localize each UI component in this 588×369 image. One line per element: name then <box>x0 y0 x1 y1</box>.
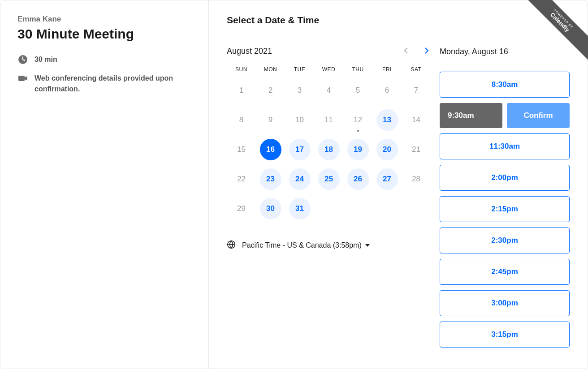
time-slot[interactable]: 2:15pm <box>440 196 570 222</box>
calendar-day[interactable]: 20 <box>376 139 398 160</box>
calendar-day[interactable]: 13 <box>376 109 398 131</box>
calendar-day[interactable]: 25 <box>318 168 340 190</box>
calendar-day[interactable]: 30 <box>260 198 281 219</box>
dow-label: SAT <box>402 66 431 73</box>
time-slot[interactable]: 2:45pm <box>440 259 570 285</box>
calendar-day: 2 <box>260 80 281 101</box>
calendar-day: 28 <box>406 168 427 190</box>
timezone-selector[interactable]: Pacific Time - US & Canada (3:58pm) <box>227 240 431 251</box>
video-icon <box>17 73 28 84</box>
confirm-button[interactable]: Confirm <box>507 103 570 128</box>
next-month-button[interactable] <box>423 45 431 57</box>
meeting-title: 30 Minute Meeting <box>17 26 191 42</box>
calendar-day[interactable]: 27 <box>376 168 398 190</box>
dow-label: WED <box>314 66 343 73</box>
calendar-day[interactable]: 19 <box>347 139 369 160</box>
duration-text: 30 min <box>35 54 57 65</box>
prev-month-button[interactable] <box>402 45 410 57</box>
calendar-day: 8 <box>231 109 252 131</box>
calendar-day[interactable]: 23 <box>260 168 281 190</box>
duration-row: 30 min <box>17 54 191 65</box>
calendar-day: 1 <box>231 80 252 101</box>
calendar-day[interactable]: 24 <box>289 168 311 190</box>
event-details-panel: Emma Kane 30 Minute Meeting 30 min Web c… <box>0 0 209 369</box>
dow-label: TUE <box>285 66 314 73</box>
globe-icon <box>227 240 236 251</box>
timezone-label: Pacific Time - US & Canada (3:58pm) <box>242 241 362 249</box>
chevron-left-icon <box>404 47 408 56</box>
calendar-day: 12 <box>347 109 369 131</box>
location-row: Web conferencing details provided upon c… <box>17 73 191 94</box>
host-name: Emma Kane <box>17 15 191 24</box>
time-slot[interactable]: 8:30am <box>440 72 570 98</box>
dow-label: FRI <box>372 66 402 73</box>
time-list[interactable]: 8:30am9:30amConfirm11:30am2:00pm2:15pm2:… <box>440 72 570 363</box>
calendar-day[interactable]: 26 <box>347 168 369 190</box>
calendar-day: 21 <box>406 139 427 160</box>
dow-label: SUN <box>227 66 256 73</box>
time-slot[interactable]: 2:00pm <box>440 165 570 191</box>
dow-label: MON <box>256 66 285 73</box>
calendar-day[interactable]: 17 <box>289 139 311 160</box>
calendar-day: 4 <box>318 80 340 101</box>
calendar-day[interactable]: 16 <box>260 139 281 160</box>
calendar-day: 3 <box>289 80 311 101</box>
calendar-day[interactable]: 18 <box>318 139 340 160</box>
time-slot[interactable]: 3:15pm <box>440 322 570 348</box>
caret-down-icon <box>365 244 370 247</box>
month-label: August 2021 <box>227 47 272 56</box>
time-slot-selected: 9:30am <box>440 103 502 128</box>
times-section: Monday, August 16 8:30am9:30amConfirm11:… <box>440 15 570 354</box>
calendar-section: Select a Date & Time August 2021 <box>227 15 440 354</box>
calendar-day: 22 <box>231 168 252 190</box>
selected-date-label: Monday, August 16 <box>440 47 570 56</box>
calendar-day: 7 <box>406 80 427 101</box>
time-slot[interactable]: 3:00pm <box>440 290 570 316</box>
chevron-right-icon <box>424 47 429 56</box>
calendar-day: 10 <box>289 109 311 131</box>
calendar-day[interactable]: 31 <box>289 198 311 219</box>
calendar-day: 6 <box>376 80 398 101</box>
calendar-day: 29 <box>231 198 252 219</box>
section-title: Select a Date & Time <box>227 15 431 26</box>
time-slot[interactable]: 2:30pm <box>440 227 570 253</box>
time-slot[interactable]: 11:30am <box>440 133 570 159</box>
clock-icon <box>17 54 28 65</box>
calendar-day: 5 <box>347 80 369 101</box>
dow-label: THU <box>343 66 372 73</box>
calendar-day: 15 <box>231 139 252 160</box>
location-text: Web conferencing details provided upon c… <box>35 73 191 94</box>
calendar-day: 9 <box>260 109 281 131</box>
svg-rect-1 <box>18 76 25 81</box>
today-dot-icon <box>357 130 359 132</box>
calendar-day: 14 <box>406 109 427 131</box>
calendar-day: 11 <box>318 109 340 131</box>
